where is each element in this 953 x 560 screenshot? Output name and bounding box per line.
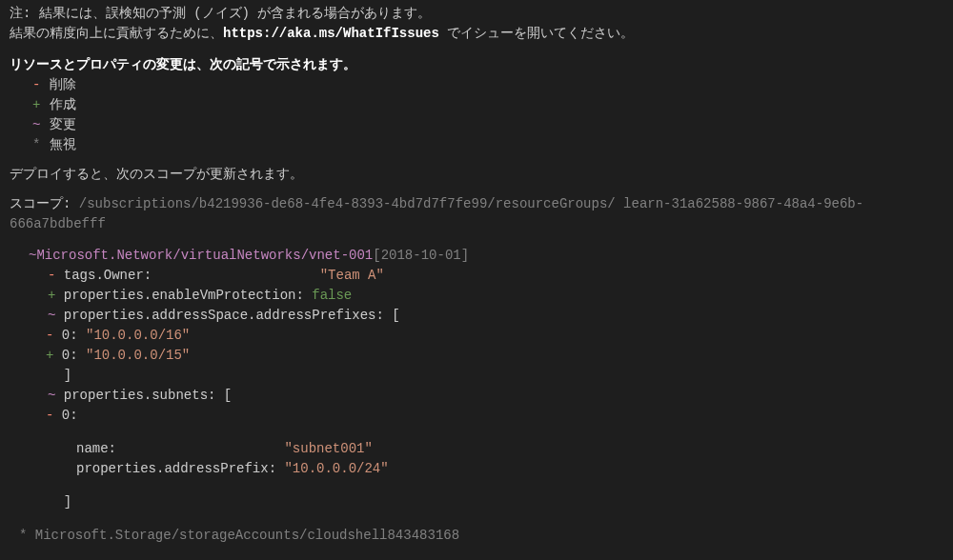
enable-vm-key: properties.enableVmProtection: <box>55 288 312 303</box>
legend-delete-label: 削除 <box>50 75 76 95</box>
enable-vm-value: false <box>312 288 352 303</box>
legend-heading: リソースとプロパティの変更は、次の記号で示されます。 <box>10 55 943 75</box>
legend-create-symbol: + <box>32 95 50 115</box>
bracket: ] <box>48 494 71 510</box>
legend-modify: ~ 変更 <box>32 115 943 135</box>
note-line-1: 注: 結果には、誤検知の予測 (ノイズ) が含まれる場合があります。 <box>10 4 943 24</box>
legend-delete-symbol: - <box>32 75 50 95</box>
resource-id: Microsoft.Network/virtualNetworks/vnet-0… <box>36 246 373 266</box>
legend-modify-symbol: ~ <box>32 115 50 135</box>
resource-header: ~ Microsoft.Network/virtualNetworks/vnet… <box>29 246 943 266</box>
prop-subnets: ~ properties.subnets: [ <box>48 386 943 406</box>
deploy-heading: デプロイすると、次のスコープが更新されます。 <box>10 165 943 185</box>
tags-owner-key: tags.Owner: <box>55 268 152 283</box>
prop-addr-old: - 0: "10.0.0.0/16" <box>46 326 943 346</box>
addr-old-key: 0: <box>53 328 86 343</box>
star-icon: * <box>19 528 35 543</box>
prop-addr-new: + 0: "10.0.0.0/15" <box>46 346 943 366</box>
ignored-resource: * Microsoft.Storage/storageAccounts/clou… <box>19 526 943 546</box>
ignored-resource-id: Microsoft.Storage/storageAccounts/clouds… <box>35 528 459 543</box>
subnets-key: properties.subnets: [ <box>55 388 232 403</box>
prop-addr-space: ~ properties.addressSpace.addressPrefixe… <box>48 306 943 326</box>
prop-tags-owner: - tags.Owner: "Team A" <box>48 266 943 286</box>
legend-ignore: * 無視 <box>32 135 943 155</box>
subnet-addr-value: "10.0.0.0/24" <box>284 461 388 476</box>
subnet-idx-key: 0: <box>53 408 77 423</box>
subnet-name-key: name: <box>76 441 284 456</box>
blank-line <box>29 426 943 439</box>
prop-subnet-name: name: "subnet001" <box>76 439 943 459</box>
note-suffix: でイシューを開いてください。 <box>439 26 634 41</box>
addr-new-key: 0: <box>53 348 86 363</box>
legend-ignore-symbol: * <box>32 135 50 155</box>
addr-new-value: "10.0.0.0/15" <box>86 348 190 363</box>
prop-subnet-addr: properties.addressPrefix: "10.0.0.0/24" <box>76 459 943 479</box>
addr-space-key: properties.addressSpace.addressPrefixes:… <box>55 308 399 323</box>
resource-block: ~ Microsoft.Network/virtualNetworks/vnet… <box>29 246 943 512</box>
legend-delete: - 削除 <box>32 75 943 95</box>
prop-enable-vm: + properties.enableVmProtection: false <box>48 286 943 306</box>
resource-symbol: ~ <box>29 246 36 266</box>
prop-subnet-idx: - 0: <box>46 406 943 426</box>
scope-value: /subscriptions/b4219936-de68-4fe4-8393-4… <box>10 196 863 231</box>
close-bracket-2: ] <box>48 492 943 512</box>
subnet-name-value: "subnet001" <box>284 441 372 456</box>
legend-ignore-label: 無視 <box>50 135 76 155</box>
addr-old-value: "10.0.0.0/16" <box>86 328 190 343</box>
legend: - 削除 + 作成 ~ 変更 * 無視 <box>32 75 943 155</box>
bracket: ] <box>48 368 71 383</box>
scope-line: スコープ: /subscriptions/b4219936-de68-4fe4-… <box>10 194 943 234</box>
blank-line <box>29 479 943 492</box>
legend-modify-label: 変更 <box>50 115 76 135</box>
close-bracket-1: ] <box>48 366 943 386</box>
scope-label: スコープ: <box>10 196 79 211</box>
subnet-addr-key: properties.addressPrefix: <box>76 461 284 476</box>
legend-create: + 作成 <box>32 95 943 115</box>
whatif-issues-url: https://aka.ms/WhatIfIssues <box>223 26 439 41</box>
note-prefix: 結果の精度向上に貢献するために、 <box>10 26 223 41</box>
legend-create-label: 作成 <box>50 95 76 115</box>
resource-api-version: [2018-10-01] <box>373 246 469 266</box>
note-line-2: 結果の精度向上に貢献するために、https://aka.ms/WhatIfIss… <box>10 24 943 44</box>
tags-owner-value: "Team A" <box>320 268 384 283</box>
